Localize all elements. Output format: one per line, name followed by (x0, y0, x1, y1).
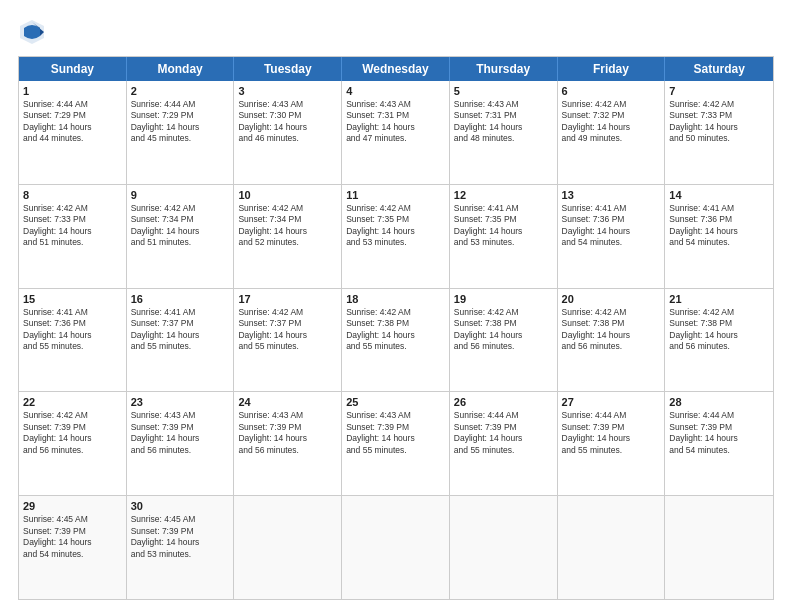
header-cell-tuesday: Tuesday (234, 57, 342, 81)
day-number-9: 9 (131, 189, 230, 201)
calendar-row-1: 8Sunrise: 4:42 AM Sunset: 7:33 PM Daylig… (19, 184, 773, 288)
day-number-3: 3 (238, 85, 337, 97)
day-number-15: 15 (23, 293, 122, 305)
day-cell-18: 18Sunrise: 4:42 AM Sunset: 7:38 PM Dayli… (342, 289, 450, 392)
day-cell-16: 16Sunrise: 4:41 AM Sunset: 7:37 PM Dayli… (127, 289, 235, 392)
day-number-13: 13 (562, 189, 661, 201)
day-cell-9: 9Sunrise: 4:42 AM Sunset: 7:34 PM Daylig… (127, 185, 235, 288)
day-info-2: Sunrise: 4:44 AM Sunset: 7:29 PM Dayligh… (131, 99, 230, 145)
day-cell-15: 15Sunrise: 4:41 AM Sunset: 7:36 PM Dayli… (19, 289, 127, 392)
day-info-6: Sunrise: 4:42 AM Sunset: 7:32 PM Dayligh… (562, 99, 661, 145)
day-info-10: Sunrise: 4:42 AM Sunset: 7:34 PM Dayligh… (238, 203, 337, 249)
calendar-body: 1Sunrise: 4:44 AM Sunset: 7:29 PM Daylig… (19, 81, 773, 599)
empty-cell-4-6 (665, 496, 773, 599)
day-number-2: 2 (131, 85, 230, 97)
day-cell-6: 6Sunrise: 4:42 AM Sunset: 7:32 PM Daylig… (558, 81, 666, 184)
page: SundayMondayTuesdayWednesdayThursdayFrid… (0, 0, 792, 612)
empty-cell-4-3 (342, 496, 450, 599)
empty-cell-4-2 (234, 496, 342, 599)
header-cell-sunday: Sunday (19, 57, 127, 81)
day-info-20: Sunrise: 4:42 AM Sunset: 7:38 PM Dayligh… (562, 307, 661, 353)
day-number-19: 19 (454, 293, 553, 305)
day-number-8: 8 (23, 189, 122, 201)
day-number-11: 11 (346, 189, 445, 201)
day-number-5: 5 (454, 85, 553, 97)
calendar-row-0: 1Sunrise: 4:44 AM Sunset: 7:29 PM Daylig… (19, 81, 773, 184)
day-cell-4: 4Sunrise: 4:43 AM Sunset: 7:31 PM Daylig… (342, 81, 450, 184)
day-cell-30: 30Sunrise: 4:45 AM Sunset: 7:39 PM Dayli… (127, 496, 235, 599)
calendar-row-4: 29Sunrise: 4:45 AM Sunset: 7:39 PM Dayli… (19, 495, 773, 599)
day-cell-19: 19Sunrise: 4:42 AM Sunset: 7:38 PM Dayli… (450, 289, 558, 392)
day-cell-24: 24Sunrise: 4:43 AM Sunset: 7:39 PM Dayli… (234, 392, 342, 495)
day-info-19: Sunrise: 4:42 AM Sunset: 7:38 PM Dayligh… (454, 307, 553, 353)
day-cell-2: 2Sunrise: 4:44 AM Sunset: 7:29 PM Daylig… (127, 81, 235, 184)
header-cell-saturday: Saturday (665, 57, 773, 81)
day-info-27: Sunrise: 4:44 AM Sunset: 7:39 PM Dayligh… (562, 410, 661, 456)
day-number-4: 4 (346, 85, 445, 97)
header-cell-monday: Monday (127, 57, 235, 81)
day-info-17: Sunrise: 4:42 AM Sunset: 7:37 PM Dayligh… (238, 307, 337, 353)
day-cell-21: 21Sunrise: 4:42 AM Sunset: 7:38 PM Dayli… (665, 289, 773, 392)
day-info-16: Sunrise: 4:41 AM Sunset: 7:37 PM Dayligh… (131, 307, 230, 353)
day-cell-11: 11Sunrise: 4:42 AM Sunset: 7:35 PM Dayli… (342, 185, 450, 288)
day-number-18: 18 (346, 293, 445, 305)
day-info-21: Sunrise: 4:42 AM Sunset: 7:38 PM Dayligh… (669, 307, 769, 353)
day-info-29: Sunrise: 4:45 AM Sunset: 7:39 PM Dayligh… (23, 514, 122, 560)
day-number-10: 10 (238, 189, 337, 201)
day-cell-1: 1Sunrise: 4:44 AM Sunset: 7:29 PM Daylig… (19, 81, 127, 184)
day-cell-8: 8Sunrise: 4:42 AM Sunset: 7:33 PM Daylig… (19, 185, 127, 288)
day-number-29: 29 (23, 500, 122, 512)
day-number-21: 21 (669, 293, 769, 305)
logo-icon (18, 18, 46, 46)
day-number-1: 1 (23, 85, 122, 97)
day-cell-7: 7Sunrise: 4:42 AM Sunset: 7:33 PM Daylig… (665, 81, 773, 184)
day-number-20: 20 (562, 293, 661, 305)
empty-cell-4-4 (450, 496, 558, 599)
day-info-18: Sunrise: 4:42 AM Sunset: 7:38 PM Dayligh… (346, 307, 445, 353)
day-cell-29: 29Sunrise: 4:45 AM Sunset: 7:39 PM Dayli… (19, 496, 127, 599)
calendar: SundayMondayTuesdayWednesdayThursdayFrid… (18, 56, 774, 600)
day-cell-13: 13Sunrise: 4:41 AM Sunset: 7:36 PM Dayli… (558, 185, 666, 288)
day-info-8: Sunrise: 4:42 AM Sunset: 7:33 PM Dayligh… (23, 203, 122, 249)
day-info-25: Sunrise: 4:43 AM Sunset: 7:39 PM Dayligh… (346, 410, 445, 456)
header-cell-thursday: Thursday (450, 57, 558, 81)
day-info-28: Sunrise: 4:44 AM Sunset: 7:39 PM Dayligh… (669, 410, 769, 456)
day-info-12: Sunrise: 4:41 AM Sunset: 7:35 PM Dayligh… (454, 203, 553, 249)
day-info-13: Sunrise: 4:41 AM Sunset: 7:36 PM Dayligh… (562, 203, 661, 249)
calendar-row-3: 22Sunrise: 4:42 AM Sunset: 7:39 PM Dayli… (19, 391, 773, 495)
header-cell-wednesday: Wednesday (342, 57, 450, 81)
day-info-7: Sunrise: 4:42 AM Sunset: 7:33 PM Dayligh… (669, 99, 769, 145)
day-cell-3: 3Sunrise: 4:43 AM Sunset: 7:30 PM Daylig… (234, 81, 342, 184)
day-number-7: 7 (669, 85, 769, 97)
day-info-5: Sunrise: 4:43 AM Sunset: 7:31 PM Dayligh… (454, 99, 553, 145)
day-info-22: Sunrise: 4:42 AM Sunset: 7:39 PM Dayligh… (23, 410, 122, 456)
logo (18, 18, 50, 46)
day-number-30: 30 (131, 500, 230, 512)
header (18, 18, 774, 46)
day-number-26: 26 (454, 396, 553, 408)
day-cell-27: 27Sunrise: 4:44 AM Sunset: 7:39 PM Dayli… (558, 392, 666, 495)
day-cell-20: 20Sunrise: 4:42 AM Sunset: 7:38 PM Dayli… (558, 289, 666, 392)
day-cell-5: 5Sunrise: 4:43 AM Sunset: 7:31 PM Daylig… (450, 81, 558, 184)
day-number-14: 14 (669, 189, 769, 201)
day-cell-23: 23Sunrise: 4:43 AM Sunset: 7:39 PM Dayli… (127, 392, 235, 495)
day-number-24: 24 (238, 396, 337, 408)
day-info-24: Sunrise: 4:43 AM Sunset: 7:39 PM Dayligh… (238, 410, 337, 456)
day-number-27: 27 (562, 396, 661, 408)
day-cell-17: 17Sunrise: 4:42 AM Sunset: 7:37 PM Dayli… (234, 289, 342, 392)
day-info-30: Sunrise: 4:45 AM Sunset: 7:39 PM Dayligh… (131, 514, 230, 560)
day-info-4: Sunrise: 4:43 AM Sunset: 7:31 PM Dayligh… (346, 99, 445, 145)
day-info-9: Sunrise: 4:42 AM Sunset: 7:34 PM Dayligh… (131, 203, 230, 249)
day-cell-25: 25Sunrise: 4:43 AM Sunset: 7:39 PM Dayli… (342, 392, 450, 495)
calendar-row-2: 15Sunrise: 4:41 AM Sunset: 7:36 PM Dayli… (19, 288, 773, 392)
calendar-header-row: SundayMondayTuesdayWednesdayThursdayFrid… (19, 57, 773, 81)
day-info-3: Sunrise: 4:43 AM Sunset: 7:30 PM Dayligh… (238, 99, 337, 145)
day-cell-28: 28Sunrise: 4:44 AM Sunset: 7:39 PM Dayli… (665, 392, 773, 495)
empty-cell-4-5 (558, 496, 666, 599)
day-cell-10: 10Sunrise: 4:42 AM Sunset: 7:34 PM Dayli… (234, 185, 342, 288)
day-info-23: Sunrise: 4:43 AM Sunset: 7:39 PM Dayligh… (131, 410, 230, 456)
day-number-6: 6 (562, 85, 661, 97)
day-number-16: 16 (131, 293, 230, 305)
day-number-28: 28 (669, 396, 769, 408)
day-cell-26: 26Sunrise: 4:44 AM Sunset: 7:39 PM Dayli… (450, 392, 558, 495)
